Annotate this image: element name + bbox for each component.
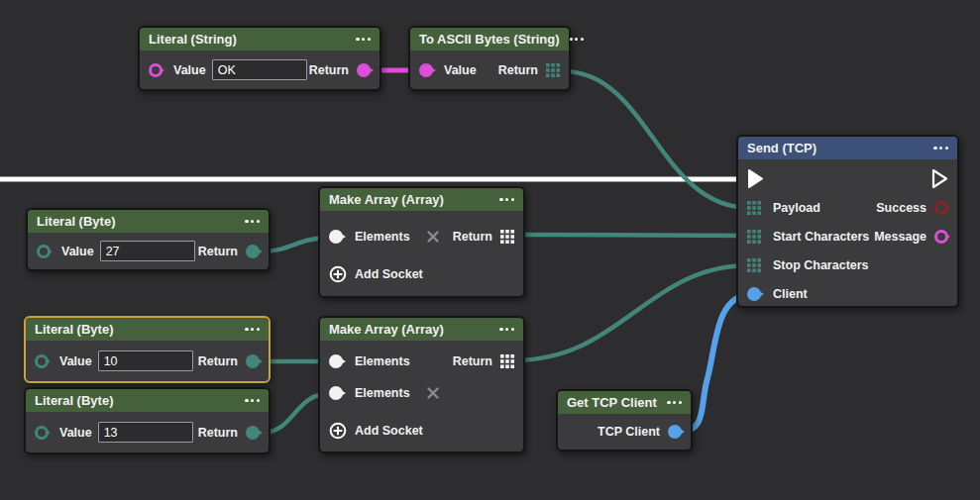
- return-output-socket[interactable]: [246, 245, 260, 258]
- value-label: Value: [444, 63, 477, 77]
- array-grid-icon: [747, 258, 761, 272]
- node-header[interactable]: Literal (String): [140, 28, 380, 50]
- menu-icon[interactable]: [667, 401, 682, 404]
- tcp-client-output-socket[interactable]: [668, 425, 682, 439]
- value-input-socket[interactable]: [419, 63, 433, 77]
- menu-icon[interactable]: [245, 220, 260, 223]
- value-input[interactable]: [98, 350, 193, 371]
- success-label: Success: [876, 201, 926, 215]
- play-filled-icon: [747, 168, 764, 189]
- menu-icon[interactable]: [933, 147, 948, 150]
- wire-ascii-to-payload[interactable]: [565, 71, 750, 208]
- node-literal-byte-10[interactable]: Literal (Byte) Value Return: [24, 316, 271, 383]
- node-literal-byte-13[interactable]: Literal (Byte) Value Return: [24, 387, 271, 454]
- return-output-socket[interactable]: [246, 426, 260, 440]
- remove-socket-button[interactable]: [426, 230, 440, 244]
- menu-icon[interactable]: [245, 399, 260, 402]
- x-icon: [426, 230, 440, 244]
- remove-socket-button[interactable]: [426, 386, 440, 400]
- add-socket-label: Add Socket: [355, 424, 423, 438]
- node-title: Make Array (Array): [329, 322, 444, 337]
- add-socket-label: Add Socket: [355, 267, 423, 281]
- x-icon: [426, 386, 440, 400]
- node-get-tcp-client[interactable]: Get TCP Client TCP Client: [556, 389, 693, 451]
- return-label: Return: [309, 63, 349, 77]
- node-make-array-2[interactable]: Make Array (Array) Elements Return Eleme…: [318, 316, 525, 453]
- elements-input-socket[interactable]: [329, 230, 343, 244]
- node-send-tcp[interactable]: Send (TCP) Paylo: [736, 135, 959, 308]
- return-array-socket[interactable]: [546, 63, 560, 77]
- elements-input-socket[interactable]: [329, 354, 343, 368]
- payload-label: Payload: [773, 201, 820, 215]
- message-output-socket[interactable]: [934, 230, 948, 244]
- node-canvas[interactable]: Literal (String) Value Return To ASCII B…: [0, 0, 980, 500]
- value-input[interactable]: [100, 241, 195, 261]
- elements-input-socket[interactable]: [329, 386, 343, 400]
- menu-icon[interactable]: [570, 38, 585, 41]
- array-grid-icon: [747, 230, 761, 244]
- elements-row: Elements Return: [320, 224, 523, 250]
- tcp-client-label: TCP Client: [598, 425, 660, 439]
- menu-icon[interactable]: [245, 328, 260, 331]
- array-grid-icon: [546, 63, 560, 77]
- message-label: Message: [874, 230, 926, 244]
- add-socket-button[interactable]: Add Socket: [329, 422, 423, 440]
- node-header[interactable]: Make Array (Array): [320, 188, 523, 211]
- client-row: Client: [738, 279, 957, 308]
- node-make-array-1[interactable]: Make Array (Array) Elements Return: [318, 186, 525, 298]
- array-grid-icon: [500, 230, 514, 244]
- flow-out-socket[interactable]: [931, 168, 948, 189]
- menu-icon[interactable]: [499, 198, 514, 201]
- node-title: Literal (Byte): [35, 393, 113, 408]
- elements-label: Elements: [355, 230, 410, 244]
- value-row: Value Return: [26, 412, 269, 452]
- value-input-socket[interactable]: [37, 245, 51, 258]
- value-row: Value Return: [410, 50, 569, 89]
- node-title: Literal (Byte): [35, 322, 113, 337]
- node-header[interactable]: Literal (Byte): [26, 318, 269, 341]
- array-grid-icon: [747, 201, 761, 215]
- node-header[interactable]: Make Array (Array): [320, 318, 523, 341]
- value-label: Value: [59, 426, 92, 440]
- value-row: Value Return: [28, 233, 269, 269]
- add-socket-button[interactable]: Add Socket: [329, 265, 423, 283]
- tcp-client-row: TCP Client: [558, 414, 691, 450]
- node-literal-byte-27[interactable]: Literal (Byte) Value Return: [26, 208, 271, 271]
- stop-characters-label: Stop Characters: [773, 258, 869, 272]
- node-header[interactable]: Get TCP Client: [558, 391, 691, 414]
- start-characters-input-socket[interactable]: [747, 230, 761, 244]
- return-label: Return: [198, 426, 238, 440]
- flow-in-socket[interactable]: [747, 168, 764, 189]
- start-characters-label: Start Characters: [773, 230, 869, 244]
- payload-input-socket[interactable]: [747, 201, 761, 215]
- stop-characters-input-socket[interactable]: [747, 258, 761, 272]
- node-to-ascii-bytes[interactable]: To ASCII Bytes (String) Value Return: [408, 26, 571, 91]
- value-input-socket[interactable]: [35, 426, 49, 440]
- node-title: Literal (Byte): [37, 214, 115, 229]
- menu-icon[interactable]: [356, 38, 371, 41]
- return-array-socket[interactable]: [500, 354, 514, 368]
- menu-icon[interactable]: [499, 328, 514, 331]
- node-header[interactable]: Literal (Byte): [26, 389, 269, 412]
- node-literal-string[interactable]: Literal (String) Value Return: [138, 26, 381, 91]
- return-output-socket[interactable]: [246, 354, 260, 368]
- return-array-socket[interactable]: [500, 230, 514, 244]
- value-row: Value Return: [26, 341, 269, 381]
- return-output-socket[interactable]: [357, 63, 371, 77]
- elements-row-1: Elements Return: [320, 349, 523, 374]
- node-header[interactable]: To ASCII Bytes (String): [410, 28, 569, 50]
- node-header[interactable]: Literal (Byte): [28, 210, 269, 233]
- wire-array1-to-startchars[interactable]: [513, 235, 750, 236]
- value-input-socket[interactable]: [35, 354, 49, 368]
- return-label: Return: [198, 245, 238, 258]
- exec-row: [738, 164, 957, 193]
- client-input-socket[interactable]: [747, 287, 761, 301]
- value-input[interactable]: [98, 422, 193, 443]
- value-input-socket[interactable]: [149, 63, 163, 77]
- elements-label: Elements: [355, 386, 410, 400]
- payload-row: Payload Success: [738, 193, 957, 222]
- return-label: Return: [198, 354, 238, 368]
- node-header[interactable]: Send (TCP): [738, 137, 957, 159]
- value-input[interactable]: [212, 59, 307, 80]
- success-output-socket[interactable]: [934, 201, 948, 215]
